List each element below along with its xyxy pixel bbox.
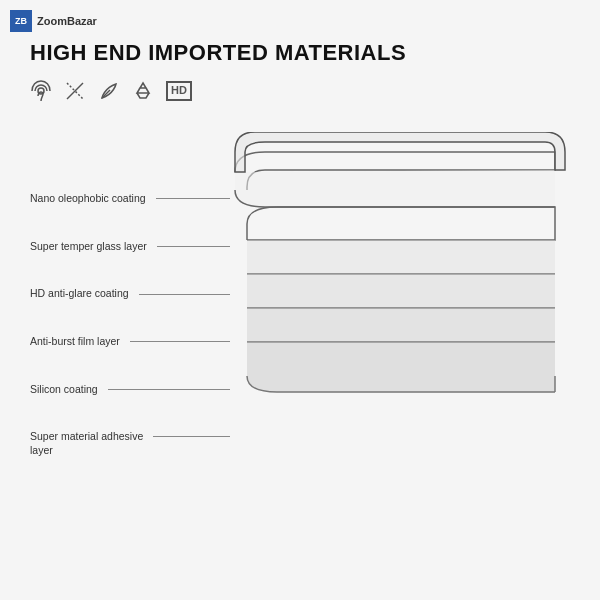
recycle-icon [132,80,154,102]
layer-3-text: HD anti-glare coating [30,287,135,301]
svg-line-1 [67,83,83,99]
fingerprint-icon [30,80,52,102]
layer-label-5: Silicon coating [30,383,230,397]
layer-label-3: HD anti-glare coating [30,287,230,301]
watermark: ZB ZoomBazar [10,10,97,32]
page-title: HIGH END IMPORTED MATERIALS [30,40,570,66]
watermark-logo-letter: ZB [15,17,27,26]
layer-3-line [139,294,230,295]
layer-5-line [108,389,230,390]
diagram-section [220,132,570,512]
layer-4-text: Anti-burst film layer [30,335,126,349]
scratch-icon [64,80,86,102]
layer-6-line [153,436,230,437]
layer-label-1: Nano oleophobic coating [30,192,230,206]
layer-6-text-2: layer [30,444,149,458]
icons-row: HD [30,80,570,102]
leaf-icon [98,80,120,102]
layer-2-text: Super temper glass layer [30,240,153,254]
layer-2-line [157,246,230,247]
layer-label-4: Anti-burst film layer [30,335,230,349]
page-content: HIGH END IMPORTED MATERIALS [0,0,600,532]
layer-1-text: Nano oleophobic coating [30,192,152,206]
layer-4-line [130,341,230,342]
layer-5-text: Silicon coating [30,383,104,397]
layer-label-6: Super material adhesive layer [30,430,230,457]
main-area: Nano oleophobic coating Super temper gla… [30,132,570,512]
watermark-text: ZoomBazar [37,15,97,27]
layer-1-line [156,198,230,199]
layer-6-text-1: Super material adhesive [30,430,149,444]
layer-label-2: Super temper glass layer [30,240,230,254]
hd-badge: HD [166,81,192,100]
labels-section: Nano oleophobic coating Super temper gla… [30,132,230,457]
watermark-logo: ZB [10,10,32,32]
